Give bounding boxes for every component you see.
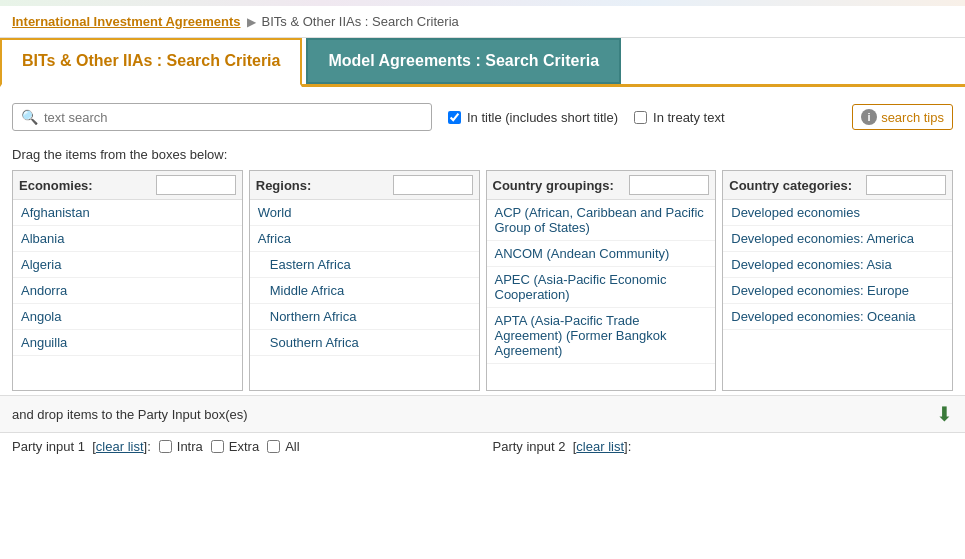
listbox-regions-title: Regions: xyxy=(256,178,312,193)
party-1-clear-link[interactable]: clear list xyxy=(96,439,144,454)
search-icon: 🔍 xyxy=(21,109,38,125)
drop-area: and drop items to the Party Input box(es… xyxy=(0,395,965,433)
listbox-categories-title: Country categories: xyxy=(729,178,852,193)
all-checkbox-label: All xyxy=(267,439,299,454)
extra-checkbox-label: Extra xyxy=(211,439,259,454)
all-checkbox[interactable] xyxy=(267,440,280,453)
list-item[interactable]: Algeria xyxy=(13,252,242,278)
listbox-categories-header: Country categories: xyxy=(723,171,952,200)
intra-checkbox[interactable] xyxy=(159,440,172,453)
listbox-economies-title: Economies: xyxy=(19,178,93,193)
tab-bits-label: BITs & Other IIAs : Search Criteria xyxy=(22,52,280,69)
party-input-1-col: Party input 1 [clear list]: Intra Extra … xyxy=(12,439,473,454)
list-item[interactable]: Anguilla xyxy=(13,330,242,356)
list-item[interactable]: Andorra xyxy=(13,278,242,304)
breadcrumb-home-link[interactable]: International Investment Agreements xyxy=(12,14,241,29)
breadcrumb-current-page: BITs & Other IIAs : Search Criteria xyxy=(262,14,459,29)
listbox-groupings-header: Country groupings: xyxy=(487,171,716,200)
search-area: 🔍 In title (includes short title) In tre… xyxy=(0,87,965,139)
search-tips-button[interactable]: i search tips xyxy=(852,104,953,130)
list-item[interactable]: Middle Africa xyxy=(250,278,479,304)
listbox-groupings-list: ACP (African, Caribbean and Pacific Grou… xyxy=(487,200,716,390)
listbox-economies-list: Afghanistan Albania Algeria Andorra Ango… xyxy=(13,200,242,390)
all-label: All xyxy=(285,439,299,454)
listboxes-row: Economies: Afghanistan Albania Algeria A… xyxy=(0,166,965,395)
listbox-regions-filter[interactable] xyxy=(393,175,473,195)
in-title-group: In title (includes short title) xyxy=(448,110,618,125)
listbox-economies-filter[interactable] xyxy=(156,175,236,195)
list-item[interactable]: World xyxy=(250,200,479,226)
listbox-country-categories: Country categories: Developed economies … xyxy=(722,170,953,391)
in-treaty-group: In treaty text xyxy=(634,110,725,125)
in-treaty-label[interactable]: In treaty text xyxy=(653,110,725,125)
search-row: 🔍 In title (includes short title) In tre… xyxy=(12,103,953,131)
search-input[interactable] xyxy=(44,110,423,125)
party-2-label: Party input 2 [clear list]: xyxy=(493,439,632,454)
list-item[interactable]: APTA (Asia-Pacific Trade Agreement) (For… xyxy=(487,308,716,364)
party-1-label: Party input 1 [clear list]: xyxy=(12,439,151,454)
breadcrumb: International Investment Agreements ▶ BI… xyxy=(0,6,965,38)
listbox-categories-list: Developed economies Developed economies:… xyxy=(723,200,952,390)
list-item[interactable]: Developed economies: Asia xyxy=(723,252,952,278)
listbox-regions-header: Regions: xyxy=(250,171,479,200)
party-inputs-row: Party input 1 [clear list]: Intra Extra … xyxy=(0,433,965,460)
listbox-groupings-title: Country groupings: xyxy=(493,178,614,193)
list-item[interactable]: Afghanistan xyxy=(13,200,242,226)
party-2-clear-link[interactable]: clear list xyxy=(576,439,624,454)
in-treaty-checkbox[interactable] xyxy=(634,111,647,124)
listbox-groupings-filter[interactable] xyxy=(629,175,709,195)
extra-checkbox[interactable] xyxy=(211,440,224,453)
tab-model-label: Model Agreements : Search Criteria xyxy=(328,52,599,69)
info-icon: i xyxy=(861,109,877,125)
listbox-regions-list: World Africa Eastern Africa Middle Afric… xyxy=(250,200,479,390)
list-item[interactable]: ACP (African, Caribbean and Pacific Grou… xyxy=(487,200,716,241)
list-item[interactable]: APEC (Asia-Pacific Economic Cooperation) xyxy=(487,267,716,308)
listbox-economies-header: Economies: xyxy=(13,171,242,200)
list-item[interactable]: Developed economies: Oceania xyxy=(723,304,952,330)
intra-checkbox-label: Intra xyxy=(159,439,203,454)
list-item[interactable]: Angola xyxy=(13,304,242,330)
listbox-economies: Economies: Afghanistan Albania Algeria A… xyxy=(12,170,243,391)
tab-model[interactable]: Model Agreements : Search Criteria xyxy=(306,38,621,84)
tab-bits[interactable]: BITs & Other IIAs : Search Criteria xyxy=(0,38,302,87)
listbox-categories-filter[interactable] xyxy=(866,175,946,195)
listbox-regions: Regions: World Africa Eastern Africa Mid… xyxy=(249,170,480,391)
list-item[interactable]: ANCOM (Andean Community) xyxy=(487,241,716,267)
in-title-label[interactable]: In title (includes short title) xyxy=(467,110,618,125)
drop-label: and drop items to the Party Input box(es… xyxy=(12,407,248,422)
search-tips-label: search tips xyxy=(881,110,944,125)
list-item[interactable]: Southern Africa xyxy=(250,330,479,356)
party-input-2-col: Party input 2 [clear list]: xyxy=(493,439,954,454)
breadcrumb-separator: ▶ xyxy=(247,15,256,29)
extra-label: Extra xyxy=(229,439,259,454)
search-input-wrap: 🔍 xyxy=(12,103,432,131)
drag-instruction: Drag the items from the boxes below: xyxy=(0,139,965,166)
listbox-country-groupings: Country groupings: ACP (African, Caribbe… xyxy=(486,170,717,391)
list-item[interactable]: Developed economies: America xyxy=(723,226,952,252)
drop-icon: ⬇ xyxy=(936,402,953,426)
list-item[interactable]: Africa xyxy=(250,226,479,252)
list-item[interactable]: Developed economies: Europe xyxy=(723,278,952,304)
intra-label: Intra xyxy=(177,439,203,454)
list-item[interactable]: Developed economies xyxy=(723,200,952,226)
list-item[interactable]: Northern Africa xyxy=(250,304,479,330)
list-item[interactable]: Albania xyxy=(13,226,242,252)
in-title-checkbox[interactable] xyxy=(448,111,461,124)
list-item[interactable]: Eastern Africa xyxy=(250,252,479,278)
tabs-bar: BITs & Other IIAs : Search Criteria Mode… xyxy=(0,38,965,87)
